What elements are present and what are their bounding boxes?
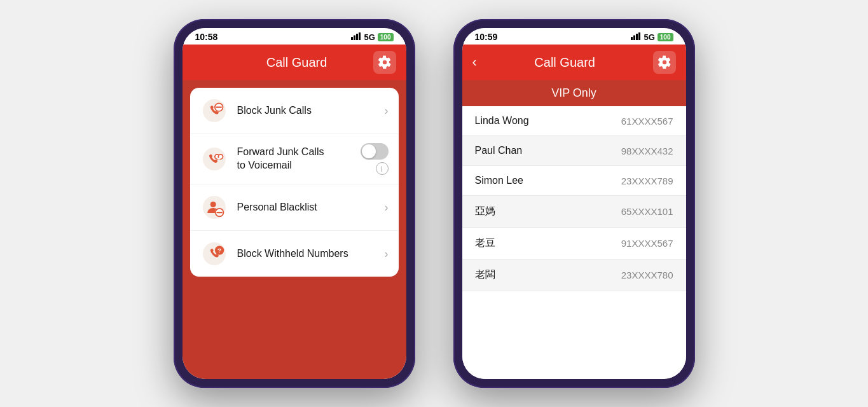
vip-row[interactable]: Simon Lee23XXXX789: [462, 166, 686, 196]
battery-badge-2: 100: [658, 33, 673, 41]
app-header-2: ‹ Call Guard: [462, 45, 686, 80]
vip-contact-name: 老豆: [475, 237, 495, 250]
svg-rect-23: [638, 32, 640, 40]
vip-contact-name: Paul Chan: [475, 145, 523, 156]
vip-title: VIP Only: [551, 86, 596, 99]
vip-row[interactable]: Paul Chan98XXXX432: [462, 136, 686, 166]
back-chevron-icon: ‹: [472, 54, 477, 71]
personal-blacklist-icon: [200, 193, 228, 221]
signal-bars-icon-2: [631, 32, 641, 42]
phone-1: 10:58 5G 100 Call Guard: [174, 19, 415, 388]
svg-rect-3: [359, 32, 361, 40]
vip-contact-name: Linda Wong: [475, 115, 529, 127]
menu-item-block-withheld[interactable]: ? Block Withheld Numbers ›: [190, 231, 399, 277]
gear-icon-1: [378, 55, 392, 69]
app-title-1: Call Guard: [221, 55, 373, 70]
vip-contact-number: 91XXXX567: [621, 238, 673, 249]
status-icons-2: 5G 100: [631, 32, 673, 42]
menu-item-block-junk[interactable]: Block Junk Calls ›: [190, 88, 399, 134]
svg-rect-1: [354, 35, 355, 40]
block-junk-label: Block Junk Calls: [237, 104, 385, 118]
svg-rect-11: [217, 158, 220, 159]
time-1: 10:58: [195, 32, 218, 42]
status-icons-1: 5G 100: [351, 32, 393, 42]
time-2: 10:59: [475, 32, 498, 42]
forward-junk-toggle[interactable]: [361, 143, 389, 160]
chevron-right-icon-3: ›: [385, 201, 389, 214]
settings-button-1[interactable]: [373, 51, 396, 74]
vip-contact-number: 98XXXX432: [621, 146, 673, 156]
svg-point-8: [203, 148, 226, 170]
network-type-1: 5G: [364, 32, 375, 42]
svg-rect-2: [356, 34, 358, 40]
vip-contact-name: Simon Lee: [475, 175, 524, 186]
network-type-2: 5G: [644, 32, 654, 42]
status-bar-2: 10:59 5G 100: [462, 28, 686, 45]
menu-card: Block Junk Calls ›: [190, 88, 399, 277]
svg-rect-21: [633, 35, 635, 40]
vip-list: Linda Wong61XXXX567Paul Chan98XXXX432Sim…: [462, 106, 686, 379]
chevron-right-icon-4: ›: [385, 247, 389, 261]
vip-contact-name: 亞媽: [475, 205, 495, 218]
svg-point-13: [210, 202, 216, 207]
chevron-right-icon-1: ›: [385, 104, 389, 118]
menu-screen: Block Junk Calls ›: [183, 80, 406, 379]
vip-row[interactable]: 老豆91XXXX567: [462, 228, 686, 259]
gear-icon-2: [658, 55, 672, 69]
vip-row[interactable]: Linda Wong61XXXX567: [462, 106, 686, 136]
menu-item-forward-junk[interactable]: Forward Junk Calls to Voicemail i: [190, 134, 399, 184]
vip-section-header: VIP Only: [462, 80, 686, 106]
vip-row[interactable]: 老闆23XXXX780: [462, 259, 686, 291]
forward-junk-label: Forward Junk Calls to Voicemail: [237, 146, 361, 172]
svg-rect-0: [351, 37, 353, 40]
vip-contact-number: 23XXXX780: [621, 270, 673, 280]
forward-junk-icon: [200, 145, 228, 173]
block-junk-icon: [200, 97, 228, 125]
menu-item-personal-blacklist[interactable]: Personal Blacklist ›: [190, 184, 399, 231]
svg-rect-20: [631, 37, 633, 40]
app-header-1: Call Guard: [183, 45, 406, 80]
app-title-2: Call Guard: [477, 55, 653, 70]
signal-bars-icon: [351, 32, 361, 42]
block-withheld-label: Block Withheld Numbers: [237, 247, 385, 261]
vip-contact-number: 65XXXX101: [621, 206, 673, 217]
settings-button-2[interactable]: [653, 51, 676, 74]
vip-screen: VIP Only Linda Wong61XXXX567Paul Chan98X…: [462, 80, 686, 379]
vip-contact-number: 23XXXX789: [621, 176, 673, 186]
vip-contact-number: 61XXXX567: [621, 116, 673, 127]
svg-rect-22: [636, 34, 638, 40]
vip-contact-name: 老闆: [475, 268, 495, 282]
battery-badge-1: 100: [378, 33, 394, 41]
block-withheld-icon: ?: [200, 240, 228, 268]
toggle-wrapper: i: [361, 143, 389, 175]
phone-2: 10:59 5G 100 ‹ Call Guard: [453, 19, 695, 388]
personal-blacklist-label: Personal Blacklist: [237, 201, 385, 214]
info-icon[interactable]: i: [376, 162, 389, 175]
back-button[interactable]: ‹: [472, 54, 477, 71]
status-bar-1: 10:58 5G 100: [183, 28, 406, 45]
svg-text:?: ?: [217, 247, 221, 254]
vip-row[interactable]: 亞媽65XXXX101: [462, 196, 686, 228]
